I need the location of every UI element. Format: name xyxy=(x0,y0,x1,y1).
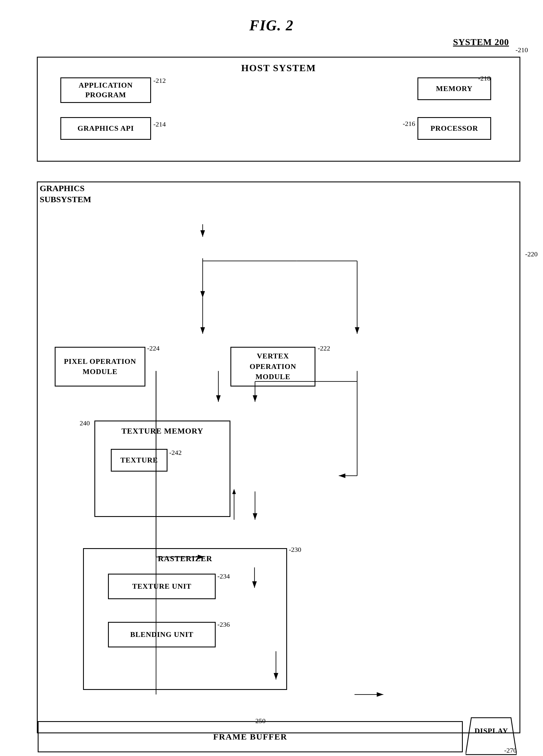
rasterizer-label: RASTERIZER xyxy=(84,549,286,563)
pixel-op-label: PIXEL OPERATIONMODULE xyxy=(64,356,136,377)
frame-buffer-box: FRAME BUFFER xyxy=(38,721,463,752)
rasterizer-box: RASTERIZER xyxy=(83,548,287,690)
processor-box: PROCESSOR xyxy=(417,117,491,140)
graphics-subsystem-box: -220 PIXEL OPERATIONMODULE -224 VERTEXOP… xyxy=(37,181,520,733)
page-title: FIG. 2 xyxy=(0,0,543,34)
ref-212: -212 xyxy=(153,77,166,85)
texture-inner-label: TEXTURE xyxy=(121,456,158,464)
processor-label: PROCESSOR xyxy=(430,124,478,133)
ref-230: -230 xyxy=(289,546,301,554)
ref-222: -222 xyxy=(318,345,330,352)
texture-unit-box: TEXTURE UNIT xyxy=(108,574,216,599)
host-system-label: HOST SYSTEM xyxy=(241,63,316,73)
system-label: SYSTEM 200 xyxy=(453,37,509,47)
app-program-box: APPLICATIONPROGRAM xyxy=(60,77,151,103)
ref-242: -242 xyxy=(169,449,182,457)
app-program-label: APPLICATIONPROGRAM xyxy=(79,81,133,100)
ref-236: -236 xyxy=(218,621,230,628)
ref-216: -216 xyxy=(403,120,415,128)
frame-buffer-label: FRAME BUFFER xyxy=(213,732,287,742)
vertex-op-box: VERTEXOPERATIONMODULE xyxy=(231,347,315,387)
blending-unit-box: BLENDING UNIT xyxy=(108,622,216,647)
svg-marker-24 xyxy=(232,489,236,494)
blending-unit-label: BLENDING UNIT xyxy=(130,630,193,639)
ref-214: -214 xyxy=(153,121,166,128)
pixel-op-box: PIXEL OPERATIONMODULE xyxy=(55,347,145,387)
graphics-api-label: GRAPHICS API xyxy=(77,124,134,133)
texture-memory-label: TEXTURE MEMORY xyxy=(95,421,230,436)
ref-250: -250 xyxy=(253,717,266,725)
ref-210: -210 xyxy=(515,46,528,54)
diagram-container: HOST SYSTEM APPLICATIONPROGRAM -212 GRAP… xyxy=(37,57,520,733)
display-label: DISPLAY xyxy=(474,727,508,735)
host-system-box: HOST SYSTEM APPLICATIONPROGRAM -212 GRAP… xyxy=(37,57,520,162)
ref-218: -218 xyxy=(478,75,491,82)
ref-224: -224 xyxy=(147,345,160,352)
texture-inner-box: TEXTURE xyxy=(111,449,168,472)
ref-220: -220 xyxy=(525,250,538,258)
vertex-op-label: VERTEXOPERATIONMODULE xyxy=(250,351,296,382)
ref-240: 240 xyxy=(80,419,90,427)
ref-234: -234 xyxy=(218,573,230,580)
ref-270: -270 xyxy=(504,747,517,754)
memory-label: MEMORY xyxy=(436,85,472,93)
texture-unit-label: TEXTURE UNIT xyxy=(132,582,191,591)
graphics-api-box: GRAPHICS API xyxy=(60,117,151,140)
